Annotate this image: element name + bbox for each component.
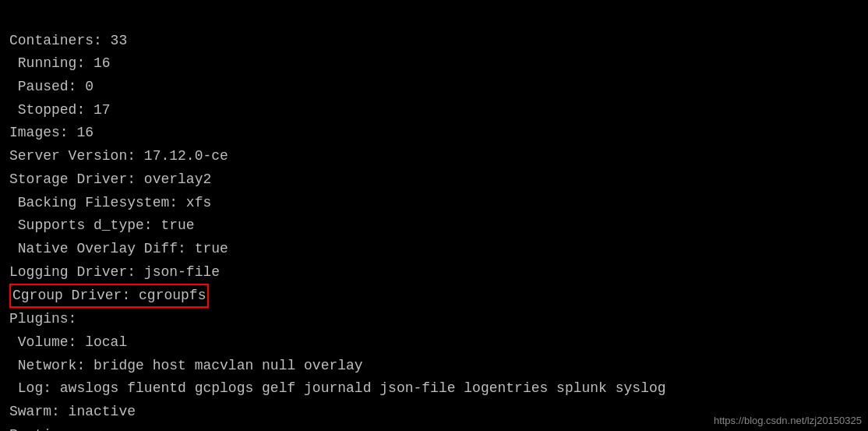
terminal-line-volume: Volume: local: [9, 331, 859, 355]
terminal-line-paused: Paused: 0: [9, 76, 859, 99]
terminal-line-log: Log: awslogs fluentd gcplogs gelf journa…: [9, 377, 859, 401]
terminal-line-backing-fs: Backing Filesystem: xfs: [9, 192, 859, 215]
terminal-line-cgroup-driver: Cgroup Driver: cgroupfs: [9, 284, 859, 308]
highlight-box: Cgroup Driver: cgroupfs: [9, 284, 209, 308]
terminal-line-supports-dtype: Supports d_type: true: [9, 214, 859, 238]
terminal-line-storage-driver: Storage Driver: overlay2: [9, 168, 859, 192]
terminal-line-stopped: Stopped: 17: [9, 99, 859, 122]
terminal-line-containers: Containers: 33: [9, 30, 859, 53]
terminal-line-running: Running: 16: [9, 52, 859, 76]
watermark: https://blog.csdn.net/lzj20150325: [714, 415, 862, 426]
terminal-line-server-version: Server Version: 17.12.0-ce: [9, 145, 859, 168]
terminal-line-native-overlay: Native Overlay Diff: true: [9, 238, 859, 261]
terminal-line-plugins: Plugins:: [9, 308, 859, 331]
terminal-output: Containers: 33 Running: 16 Paused: 0 Sto…: [0, 0, 868, 431]
terminal-line-images: Images: 16: [9, 122, 859, 145]
terminal-line-logging-driver: Logging Driver: json-file: [9, 261, 859, 284]
terminal-line-network: Network: bridge host macvlan null overla…: [9, 355, 859, 378]
